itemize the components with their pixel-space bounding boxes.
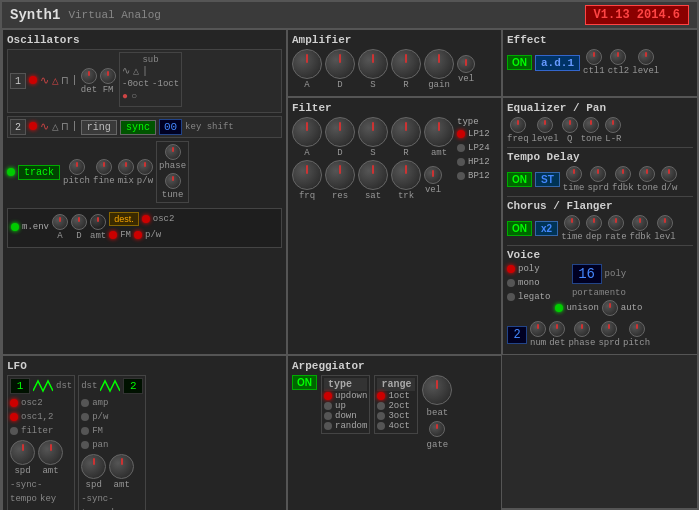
legato-label[interactable]: legato	[518, 292, 550, 302]
td-tone-knob[interactable]	[639, 166, 655, 182]
chorus-x2-button[interactable]: x2	[535, 221, 558, 236]
chorus-time-knob[interactable]	[564, 215, 580, 231]
lfo1-filter-label[interactable]: filter	[21, 426, 53, 436]
chorus-on-button[interactable]: ON	[507, 221, 532, 236]
lfo2-amt-knob[interactable]	[109, 454, 134, 479]
td-fdbk-knob[interactable]	[615, 166, 631, 182]
td-st-button[interactable]: ST	[535, 172, 560, 187]
lp12-label[interactable]: LP12	[468, 129, 490, 139]
amp-s-knob[interactable]	[358, 49, 388, 79]
lfo2-pw-label[interactable]: p/w	[92, 412, 108, 422]
arp-2oct[interactable]: 2oct	[377, 401, 415, 411]
osc2-wave4[interactable]: |	[71, 120, 78, 132]
filter-sat-knob[interactable]	[358, 160, 388, 190]
chorus-rate-knob[interactable]	[608, 215, 624, 231]
osc2-wave2[interactable]: △	[52, 120, 59, 133]
sub-oct1-sel[interactable]: ●	[122, 91, 128, 102]
filter-amt-knob[interactable]	[424, 117, 454, 147]
effect-on-button[interactable]: ON	[507, 55, 532, 70]
effect-type-button[interactable]: a.d.1	[535, 55, 580, 71]
arp-range-label[interactable]: range	[377, 378, 415, 391]
arp-on-button[interactable]: ON	[292, 375, 317, 390]
unison-label[interactable]: unison	[566, 303, 598, 313]
chorus-levl-knob[interactable]	[657, 215, 673, 231]
portamento-knob[interactable]	[602, 300, 618, 316]
modenv-a-knob[interactable]	[52, 214, 68, 230]
arp-up[interactable]: up	[324, 401, 367, 411]
amp-gain-knob[interactable]	[424, 49, 454, 79]
osc2-wave1[interactable]: ∿	[40, 120, 49, 133]
hp12-label[interactable]: HP12	[468, 157, 490, 167]
effect-level-knob[interactable]	[638, 49, 654, 65]
modenv-amt-knob[interactable]	[90, 214, 106, 230]
sub-oct2-sel[interactable]: ○	[131, 91, 137, 102]
lfo2-fm-label[interactable]: FM	[92, 426, 103, 436]
filter-res-knob[interactable]	[325, 160, 355, 190]
chorus-dep-knob[interactable]	[586, 215, 602, 231]
track-button[interactable]: track	[18, 165, 60, 180]
ring-button[interactable]: ring	[81, 120, 117, 135]
voice-sprd-knob[interactable]	[601, 321, 617, 337]
dest-button[interactable]: dest.	[109, 212, 139, 226]
amp-d-knob[interactable]	[325, 49, 355, 79]
arp-random[interactable]: random	[324, 421, 367, 431]
pw-knob[interactable]	[137, 159, 153, 175]
osc1-wave1[interactable]: ∿	[40, 74, 49, 87]
mix-knob[interactable]	[118, 159, 134, 175]
bp12-label[interactable]: BP12	[468, 171, 490, 181]
amp-a-knob[interactable]	[292, 49, 322, 79]
chorus-fdbk-knob[interactable]	[632, 215, 648, 231]
effect-ctl1-knob[interactable]	[586, 49, 602, 65]
filter-vel-knob[interactable]	[424, 166, 442, 184]
pitch-knob[interactable]	[69, 159, 85, 175]
lfo1-osc2-label[interactable]: osc2	[21, 398, 43, 408]
voice-pitch-knob[interactable]	[629, 321, 645, 337]
lp24-label[interactable]: LP24	[468, 143, 490, 153]
amp-vel-knob[interactable]	[457, 55, 475, 73]
filter-trk-knob[interactable]	[391, 160, 421, 190]
lfo2-spd-knob[interactable]	[81, 454, 106, 479]
sub-wave1[interactable]: ∿	[122, 65, 130, 77]
auto-label[interactable]: auto	[621, 303, 643, 313]
td-dw-knob[interactable]	[661, 166, 677, 182]
td-on-button[interactable]: ON	[507, 172, 532, 187]
amp-r-knob[interactable]	[391, 49, 421, 79]
arp-1oct[interactable]: 1oct	[377, 391, 415, 401]
poly-label[interactable]: poly	[518, 264, 540, 274]
lfo2-amp-label[interactable]: amp	[92, 398, 108, 408]
voice-num-knob[interactable]	[530, 321, 546, 337]
voice-det-knob[interactable]	[549, 321, 565, 337]
modenv-d-knob[interactable]	[71, 214, 87, 230]
lfo2-pan-label[interactable]: pan	[92, 440, 108, 450]
mono-label[interactable]: mono	[518, 278, 540, 288]
filter-s-knob[interactable]	[358, 117, 388, 147]
filter-a-knob[interactable]	[292, 117, 322, 147]
filter-frq-knob[interactable]	[292, 160, 322, 190]
eq-q-knob[interactable]	[562, 117, 578, 133]
lfo1-key-label[interactable]: key	[40, 494, 56, 504]
tune-knob[interactable]	[165, 173, 181, 189]
sub-wave3[interactable]: |	[142, 66, 148, 77]
td-time-knob[interactable]	[566, 166, 582, 182]
fine-knob[interactable]	[96, 159, 112, 175]
lfo1-tempo-label[interactable]: tempo	[10, 494, 37, 504]
filter-d-knob[interactable]	[325, 117, 355, 147]
arp-updown[interactable]: updown	[324, 391, 367, 401]
effect-ctl2-knob[interactable]	[610, 49, 626, 65]
osc1-wave4[interactable]: |	[71, 74, 78, 86]
sync-button[interactable]: sync	[120, 120, 156, 135]
osc1-det-knob[interactable]	[81, 68, 97, 84]
eq-level-knob[interactable]	[537, 117, 553, 133]
lfo1-osc12-label[interactable]: osc1,2	[21, 412, 53, 422]
arp-type-label[interactable]: type	[324, 378, 367, 391]
arp-down[interactable]: down	[324, 411, 367, 421]
td-sprd-knob[interactable]	[590, 166, 606, 182]
eq-tone-knob[interactable]	[583, 117, 599, 133]
lfo1-spd-knob[interactable]	[10, 440, 35, 465]
eq-freq-knob[interactable]	[510, 117, 526, 133]
osc1-wave3[interactable]: ⊓	[62, 74, 69, 87]
osc1-wave2[interactable]: △	[52, 74, 59, 87]
sub-wave2[interactable]: △	[133, 65, 139, 77]
osc2-wave3[interactable]: ⊓	[62, 120, 69, 133]
arp-beat-knob[interactable]	[422, 375, 452, 405]
